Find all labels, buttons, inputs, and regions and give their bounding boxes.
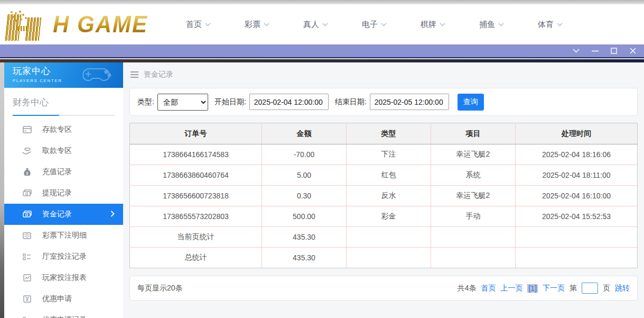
chevron-down-icon xyxy=(557,23,563,26)
table-cell: 1738655573202803 xyxy=(130,206,262,227)
next-page-link[interactable]: 下一页 xyxy=(543,284,565,293)
site-header: H GAME 首页 彩票 真人 电子 棋牌 捕鱼 体育 xyxy=(0,4,644,44)
jump-link[interactable]: 跳转 xyxy=(615,284,630,293)
table-header-row: 订单号金额类型项目处理时间 xyxy=(130,123,638,144)
table-row: 17386638604607645.00红包系统2025-02-04 18:11… xyxy=(130,165,638,186)
hand-money-icon xyxy=(22,146,32,156)
report-chart-icon xyxy=(22,273,32,283)
table-cell xyxy=(516,248,638,268)
sidebar-header: 玩家中心 PLAYERS CENTER xyxy=(4,62,123,88)
app-window: 玩家中心 PLAYERS CENTER 财务中心 存款专区 取款专区 $ 充值记… xyxy=(4,62,644,318)
table-cell xyxy=(516,227,638,248)
window-titlebar xyxy=(0,44,644,58)
maximize-button[interactable] xyxy=(609,47,619,55)
window-dropdown-button[interactable] xyxy=(571,47,581,55)
book-list-icon xyxy=(22,231,32,240)
table-row: 17386566007238180.30反水幸运飞艇22025-02-04 16… xyxy=(130,186,638,206)
bank-card-icon xyxy=(22,125,32,134)
nav-item-slots[interactable]: 电子 xyxy=(362,20,387,30)
sidebar-item-recharge-record[interactable]: $ 充值记录 xyxy=(4,161,123,183)
table-header-cell: 金额 xyxy=(262,123,347,144)
table-row: 1738655573202803500.00彩金手动2025-02-04 15:… xyxy=(130,206,638,227)
sidebar-item-withdraw-record[interactable]: 提现记录 xyxy=(4,183,123,204)
table-cell: 系统 xyxy=(431,165,516,186)
menu-icon[interactable] xyxy=(130,70,138,79)
table-cell: 5.00 xyxy=(262,165,347,186)
sidebar-item-promo-apply[interactable]: 优惠申请 xyxy=(4,288,123,310)
sidebar-item-promo-apply-record[interactable]: 优惠申请记录 xyxy=(4,310,123,318)
jump-page-input[interactable] xyxy=(582,283,598,294)
type-label: 类型: xyxy=(137,97,154,107)
type-select[interactable]: 全部 xyxy=(157,94,208,111)
sidebar-item-withdraw-zone[interactable]: 取款专区 xyxy=(4,140,123,161)
table-cell: 手动 xyxy=(431,206,516,227)
funds-table-body: 1738664166174583-70.00下注幸运飞艇22025-02-04 … xyxy=(130,144,638,268)
table-cell xyxy=(431,227,516,248)
sidebar-item-deposit-zone[interactable]: 存款专区 xyxy=(4,119,123,140)
nav-item-sports[interactable]: 体育 xyxy=(538,20,563,30)
table-cell: 435.30 xyxy=(262,227,347,248)
chevron-down-icon xyxy=(322,23,328,26)
logo: H GAME xyxy=(5,4,148,44)
table-row: 1738664166174583-70.00下注幸运飞艇22025-02-04 … xyxy=(130,144,638,165)
sidebar-item-player-bet-report[interactable]: 玩家投注报表 xyxy=(4,267,123,288)
desktop-top-strip xyxy=(0,0,644,4)
table-cell: 当前页统计 xyxy=(130,227,262,248)
table-cell: 2025-02-04 15:52:53 xyxy=(516,206,638,227)
table-cell xyxy=(431,248,516,268)
nav-item-live[interactable]: 真人 xyxy=(303,20,328,30)
pagination-panel: 每页显示20条 共4条 首页 上一页 [1] 下一页 第 页 跳转 xyxy=(129,276,638,301)
wallet-icon xyxy=(22,210,32,219)
sidebar-item-lottery-bet-detail[interactable]: 彩票下注明细 xyxy=(4,225,123,246)
table-cell: 2025-02-04 18:16:06 xyxy=(516,144,638,165)
total-count: 共4条 xyxy=(458,284,477,293)
checklist-icon xyxy=(22,252,32,261)
nav-item-home[interactable]: 首页 xyxy=(186,20,211,30)
table-cell xyxy=(347,227,431,248)
first-page-link[interactable]: 首页 xyxy=(481,284,496,293)
table-header-cell: 处理时间 xyxy=(516,123,638,144)
close-button[interactable] xyxy=(628,47,638,55)
gamepad-icon xyxy=(80,65,118,88)
table-cell: 1738664166174583 xyxy=(130,144,262,165)
table-cell: 幸运飞艇2 xyxy=(431,144,516,165)
table-row: 当前页统计435.30 xyxy=(130,227,638,248)
section-underline xyxy=(13,115,115,116)
nav-item-fishing[interactable]: 捕鱼 xyxy=(479,20,504,30)
jump-suffix-label: 页 xyxy=(603,284,610,293)
table-cell: 1738656600723818 xyxy=(130,186,262,206)
main-content: 资金记录 类型: 全部 开始日期: 结束日期: 查询 订单号金额类型项目处理时间… xyxy=(123,62,644,318)
nav-item-cards[interactable]: 棋牌 xyxy=(421,20,445,30)
funds-table: 订单号金额类型项目处理时间 1738664166174583-70.00下注幸运… xyxy=(129,123,638,268)
current-page-indicator: [1] xyxy=(527,284,538,293)
sidebar-menu: 存款专区 取款专区 $ 充值记录 提现记录 资金记录 彩票下注明细 xyxy=(4,119,123,318)
end-date-input[interactable] xyxy=(370,94,449,110)
top-nav: 首页 彩票 真人 电子 棋牌 捕鱼 体育 xyxy=(186,20,563,30)
search-button[interactable]: 查询 xyxy=(458,94,484,111)
money-bag-icon: $ xyxy=(22,167,32,177)
table-cell: 下注 xyxy=(347,144,431,165)
table-cell: 435.30 xyxy=(262,248,347,268)
nav-item-lottery[interactable]: 彩票 xyxy=(245,20,269,30)
table-cell: 2025-02-04 16:10:00 xyxy=(516,186,638,206)
checklist-icon xyxy=(22,315,32,318)
svg-text:$: $ xyxy=(26,171,28,175)
table-header-cell: 类型 xyxy=(347,123,431,144)
filter-panel: 类型: 全部 开始日期: 结束日期: 查询 xyxy=(129,88,638,116)
table-cell: 0.30 xyxy=(262,186,347,206)
table-cell: 2025-02-04 18:11:00 xyxy=(516,165,638,186)
breadcrumb: 资金记录 xyxy=(130,70,644,79)
start-date-input[interactable] xyxy=(249,94,329,110)
per-page-text: 每页显示20条 xyxy=(137,284,183,293)
chevron-down-icon xyxy=(264,23,269,26)
jump-prefix-label: 第 xyxy=(570,284,577,293)
logo-dots xyxy=(11,11,13,13)
prev-page-link[interactable]: 上一页 xyxy=(500,284,522,293)
sidebar-item-funds-record[interactable]: 资金记录 xyxy=(4,204,123,225)
sidebar: 玩家中心 PLAYERS CENTER 财务中心 存款专区 取款专区 $ 充值记… xyxy=(4,62,123,318)
page-title: 资金记录 xyxy=(144,70,173,79)
minimize-button[interactable] xyxy=(590,47,600,55)
sidebar-item-hall-bet-record[interactable]: 厅室投注记录 xyxy=(4,246,123,267)
table-cell: 500.00 xyxy=(262,206,347,227)
start-date-label: 开始日期: xyxy=(214,97,246,107)
